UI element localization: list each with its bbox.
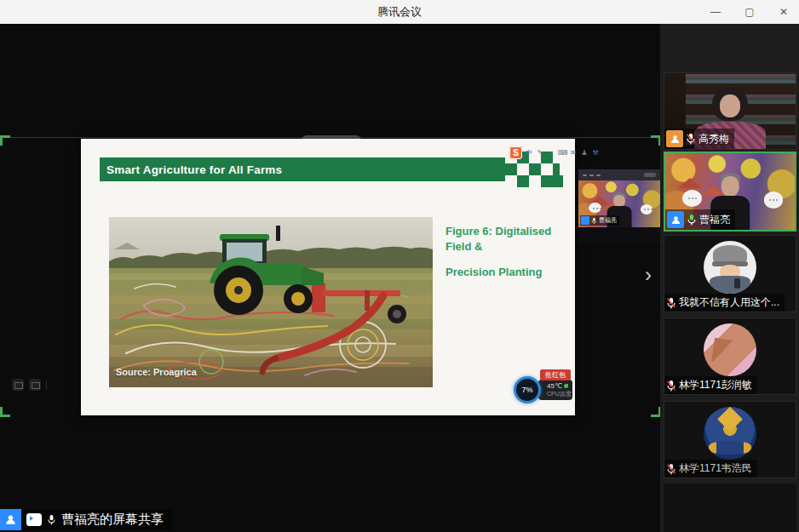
screen-share-indicator: 曹福亮的屏幕共享 bbox=[0, 509, 172, 530]
figure-caption-line2: Precision Planting bbox=[445, 265, 573, 280]
tencent-meeting-window: 腾讯会议 — ▢ ✕ Smart Agriculture for All Far… bbox=[0, 0, 799, 532]
cpu-temp-label: CPU温度 bbox=[547, 391, 571, 398]
temp-monitor-panel: 45℃ CPU温度 bbox=[538, 380, 572, 400]
participant-name-tag: 高秀梅 bbox=[664, 129, 734, 149]
cpu-temperature: 45℃ bbox=[547, 383, 562, 390]
avatar bbox=[704, 407, 756, 460]
figure-caption: Figure 6: Digitalised Field & Precision … bbox=[445, 224, 573, 280]
participants-sidebar: 高秀梅 曹福亮 bbox=[660, 24, 799, 532]
capture-corner-top-right bbox=[651, 135, 660, 146]
promo-badge: 抢红包 bbox=[540, 369, 571, 380]
capture-corner-bottom-right bbox=[651, 407, 660, 417]
embedded-name-tag: 曹福亮 bbox=[580, 215, 619, 226]
participant-tile[interactable]: 高秀梅 bbox=[664, 72, 796, 150]
input-lang-icon: 中 bbox=[525, 149, 533, 157]
close-button[interactable]: ✕ bbox=[777, 5, 790, 19]
participant-name: 林学1171韦浩民 bbox=[679, 461, 752, 476]
image-tool-icon bbox=[29, 379, 41, 391]
shared-screen-stage: Smart Agriculture for All Farms S 中 ✎ ♪ … bbox=[0, 24, 660, 532]
mic-on-icon bbox=[47, 514, 56, 525]
embedded-participant-name: 曹福亮 bbox=[599, 216, 617, 225]
mic-muted-icon bbox=[666, 380, 676, 392]
participant-name-tag: 林学1171韦浩民 bbox=[664, 460, 757, 478]
maximize-button[interactable]: ▢ bbox=[743, 5, 756, 19]
participant-name-tag: 林学1171彭润敏 bbox=[664, 376, 757, 394]
window-controls: — ▢ ✕ bbox=[709, 0, 790, 24]
capture-corner-top-left bbox=[0, 135, 10, 146]
minimize-button[interactable]: — bbox=[709, 5, 722, 19]
wrench-icon: ⚒ bbox=[591, 149, 600, 157]
mic-muted-icon bbox=[666, 297, 676, 309]
field-photo: Source: Proagrica bbox=[109, 217, 433, 387]
presentation-slide: Smart Agriculture for All Farms S 中 ✎ ♪ … bbox=[81, 139, 575, 415]
screen-share-icon bbox=[26, 513, 42, 526]
leaf-icon bbox=[564, 384, 568, 388]
embedded-meeting-thumbnail: 曹福亮 bbox=[578, 169, 660, 243]
host-badge-icon bbox=[581, 216, 589, 225]
participant-name-tag: 曹福亮 bbox=[665, 209, 735, 230]
participant-tile[interactable]: 我就不信有人用这个... bbox=[664, 235, 796, 312]
avatar bbox=[704, 323, 756, 376]
photo-source-caption: Source: Proagrica bbox=[116, 367, 197, 377]
mic-on-icon bbox=[687, 214, 697, 226]
mic-tool-icon: ♪ bbox=[547, 149, 555, 157]
slide-title-banner: Smart Agriculture for All Farms bbox=[100, 157, 526, 181]
participant-name: 我就不信有人用这个... bbox=[679, 295, 779, 310]
titlebar: 腾讯会议 — ▢ ✕ bbox=[0, 0, 799, 25]
participant-name: 高秀梅 bbox=[698, 132, 729, 146]
pen-icon: ✎ bbox=[536, 149, 544, 157]
avatar bbox=[704, 241, 756, 294]
divider bbox=[46, 380, 47, 390]
share-indicator-bar: 曹福亮的屏幕共享 bbox=[21, 509, 172, 530]
embedded-thumbnail-header bbox=[578, 169, 660, 180]
participant-name: 曹福亮 bbox=[699, 213, 730, 227]
sidebar-collapse-chevron[interactable]: › bbox=[645, 265, 652, 285]
host-badge-icon bbox=[667, 211, 684, 228]
person-tool-icon: ♟ bbox=[580, 149, 589, 157]
keyboard-icon: ⌨ bbox=[558, 149, 566, 157]
mic-muted-icon bbox=[666, 463, 676, 475]
printer-icon bbox=[12, 379, 24, 391]
participant-tile[interactable]: 林学1171韦浩民 bbox=[664, 401, 796, 478]
mail-icon: ✉ bbox=[569, 149, 578, 157]
participant-tile[interactable]: 曹福亮 bbox=[664, 152, 796, 232]
shared-app-toolbar-icons bbox=[12, 379, 47, 391]
slide-title: Smart Agriculture for All Farms bbox=[100, 163, 282, 176]
member-badge-icon bbox=[0, 509, 21, 530]
participant-name: 林学1171彭润敏 bbox=[679, 378, 752, 392]
figure-caption-line1: Figure 6: Digitalised Field & bbox=[445, 224, 573, 255]
field-photo-art bbox=[109, 217, 433, 387]
mic-muted-icon bbox=[686, 133, 696, 145]
share-indicator-text: 曹福亮的屏幕共享 bbox=[61, 512, 164, 528]
window-title: 腾讯会议 bbox=[0, 0, 799, 24]
mic-on-icon bbox=[591, 217, 597, 225]
banner-checker-square bbox=[551, 175, 563, 187]
participant-name-tag: 我就不信有人用这个... bbox=[664, 294, 785, 312]
capture-corner-bottom-left bbox=[0, 407, 10, 417]
embedded-video: 曹福亮 bbox=[578, 180, 660, 227]
sogou-logo-icon: S bbox=[509, 146, 522, 159]
participant-tile[interactable]: 林学1171彭润敏 bbox=[664, 317, 796, 395]
participant-tile-partial bbox=[664, 483, 796, 532]
sogou-input-toolbar: S 中 ✎ ♪ ⌨ ✉ ♟ ⚒ bbox=[509, 146, 600, 159]
cohost-badge-icon bbox=[666, 130, 683, 147]
cpu-usage-gauge: 7% bbox=[514, 376, 541, 403]
